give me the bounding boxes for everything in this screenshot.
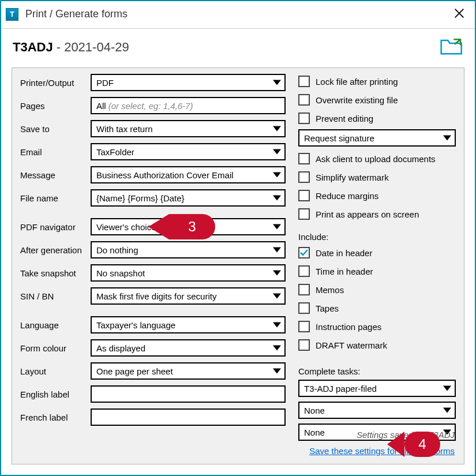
french-label-field[interactable] bbox=[96, 412, 280, 423]
include-option-row: Tapes bbox=[298, 301, 456, 316]
chevron-down-icon bbox=[273, 369, 281, 374]
language-select[interactable]: Taxpayer's language bbox=[91, 316, 286, 333]
include-option-checkbox[interactable] bbox=[298, 321, 310, 332]
top-option-checkbox[interactable] bbox=[298, 76, 310, 87]
mid-option-checkbox[interactable] bbox=[298, 208, 310, 220]
mid-option-checkbox[interactable] bbox=[298, 153, 310, 164]
close-button[interactable] bbox=[451, 5, 468, 24]
printer-output-select[interactable]: PDF bbox=[91, 74, 286, 91]
mid-option-label: Simplify watermark bbox=[316, 173, 389, 182]
language-label: Language bbox=[20, 320, 91, 330]
top-option-row: Overwrite existing file bbox=[298, 92, 456, 107]
settings-saved-note: Settings saved for T3ADJ bbox=[357, 430, 455, 440]
top-option-row: Prevent editing bbox=[298, 111, 456, 126]
french-label-input[interactable] bbox=[91, 408, 286, 426]
mid-option-label: Print as appears on screen bbox=[316, 209, 419, 219]
pages-input[interactable]: All (or select, eg: 1,4,6-7) bbox=[91, 97, 286, 114]
top-option-label: Overwrite existing file bbox=[316, 95, 398, 105]
filename-select[interactable]: {Name} {Forms} {Date} bbox=[91, 189, 286, 207]
saveto-value: With tax return bbox=[96, 124, 153, 134]
formcolour-label: Form colour bbox=[20, 343, 91, 353]
printer-output-label: Printer/Output bbox=[20, 78, 91, 88]
include-option-checkbox[interactable] bbox=[298, 339, 310, 351]
save-settings-link[interactable]: Save these settings for all other forms bbox=[309, 446, 455, 456]
message-select[interactable]: Business Authorization Cover Email bbox=[91, 166, 286, 183]
task1-select[interactable]: T3-ADJ paper-filed bbox=[298, 380, 456, 397]
layout-label: Layout bbox=[20, 366, 91, 376]
right-column: Lock file after printingOverwrite existi… bbox=[298, 74, 456, 441]
saveto-label: Save to bbox=[20, 124, 91, 134]
top-option-checkbox[interactable] bbox=[298, 113, 310, 124]
export-folder-button[interactable] bbox=[440, 37, 463, 57]
close-icon bbox=[453, 7, 466, 20]
english-label-label: English label bbox=[20, 389, 91, 399]
mid-option-row: Print as appears on screen bbox=[298, 207, 456, 222]
email-label: Email bbox=[20, 147, 91, 157]
chevron-down-icon bbox=[273, 323, 281, 328]
complete-tasks-label: Complete tasks: bbox=[298, 366, 456, 376]
mid-option-label: Ask client to upload documents bbox=[316, 154, 436, 164]
pages-hint: (or select, eg: 1,4,6-7) bbox=[108, 101, 193, 111]
sinbn-select[interactable]: Mask first five digits for security bbox=[91, 287, 286, 305]
task3-value: None bbox=[304, 428, 325, 437]
mid-option-checkbox[interactable] bbox=[298, 171, 310, 183]
printer-output-value: PDF bbox=[96, 78, 114, 88]
document-header: T3ADJ - 2021-04-29 bbox=[1, 29, 475, 63]
task2-select[interactable]: None bbox=[298, 402, 456, 419]
pages-label: Pages bbox=[20, 101, 91, 111]
include-option-checkbox[interactable] bbox=[298, 247, 310, 258]
include-option-label: Tapes bbox=[316, 303, 339, 313]
chevron-down-icon bbox=[273, 196, 281, 201]
aftergen-label: After generation bbox=[20, 245, 91, 255]
top-option-checkbox[interactable] bbox=[298, 94, 310, 106]
chevron-down-icon bbox=[443, 136, 451, 141]
layout-select[interactable]: One page per sheet bbox=[91, 362, 286, 380]
chevron-down-icon bbox=[273, 173, 281, 178]
english-label-field[interactable] bbox=[96, 389, 280, 400]
mid-option-checkbox[interactable] bbox=[298, 190, 310, 201]
saveto-select[interactable]: With tax return bbox=[91, 120, 286, 137]
include-option-row: DRAFT watermark bbox=[298, 338, 456, 353]
include-option-checkbox[interactable] bbox=[298, 265, 310, 277]
email-select[interactable]: TaxFolder bbox=[91, 143, 286, 160]
include-section-label: Include: bbox=[298, 232, 456, 242]
pdfnav-select[interactable]: Viewer's choice bbox=[91, 218, 286, 235]
filename-label: File name bbox=[20, 193, 91, 203]
top-option-label: Prevent editing bbox=[316, 114, 373, 123]
language-value: Taxpayer's language bbox=[96, 320, 175, 330]
chevron-down-icon bbox=[443, 408, 451, 413]
aftergen-select[interactable]: Do nothing bbox=[91, 241, 286, 258]
pages-value: All bbox=[96, 101, 106, 111]
layout-value: One page per sheet bbox=[96, 366, 173, 376]
window-title: Print / Generate forms bbox=[25, 8, 451, 20]
include-option-checkbox[interactable] bbox=[298, 302, 310, 314]
include-option-label: Instruction pages bbox=[316, 322, 381, 332]
task1-value: T3-ADJ paper-filed bbox=[304, 384, 377, 393]
mid-option-row: Reduce margins bbox=[298, 188, 456, 203]
include-option-label: Memos bbox=[316, 285, 344, 295]
chevron-down-icon bbox=[443, 386, 451, 391]
english-label-input[interactable] bbox=[91, 385, 286, 403]
include-option-checkbox[interactable] bbox=[298, 284, 310, 295]
include-option-label: Date in header bbox=[316, 248, 372, 258]
message-label: Message bbox=[20, 170, 91, 180]
left-column: Printer/Output PDF Pages All (or select,… bbox=[20, 74, 286, 441]
titlebar: T Print / Generate forms bbox=[1, 1, 475, 29]
chevron-down-icon bbox=[273, 271, 281, 276]
mid-option-row: Simplify watermark bbox=[298, 170, 456, 185]
check-icon bbox=[299, 248, 309, 257]
snapshot-value: No snapshot bbox=[96, 268, 145, 278]
include-option-row: Time in header bbox=[298, 264, 456, 279]
mid-option-row: Ask client to upload documents bbox=[298, 151, 456, 166]
email-value: TaxFolder bbox=[96, 147, 134, 157]
top-option-label: Lock file after printing bbox=[316, 77, 398, 87]
snapshot-select[interactable]: No snapshot bbox=[91, 264, 286, 282]
pdfnav-value: Viewer's choice bbox=[96, 222, 156, 232]
include-option-label: DRAFT watermark bbox=[316, 340, 387, 350]
chevron-down-icon bbox=[273, 294, 281, 299]
doc-date: - 2021-04-29 bbox=[57, 40, 129, 55]
folder-arrow-icon bbox=[440, 37, 463, 55]
task2-value: None bbox=[304, 406, 325, 415]
request-signature-select[interactable]: Request signature bbox=[298, 129, 456, 147]
formcolour-select[interactable]: As displayed bbox=[91, 339, 286, 357]
